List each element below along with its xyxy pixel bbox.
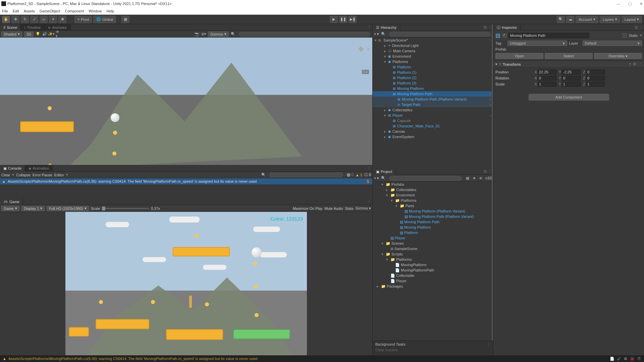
tab-animation[interactable]: ◈ Animation [25, 165, 53, 172]
rect-tool-button[interactable]: ▭ [40, 16, 48, 23]
global-toggle[interactable]: 🌐 Global [93, 16, 116, 23]
position-x[interactable] [538, 70, 556, 74]
tag-dropdown[interactable]: Untagged▾ [507, 41, 567, 46]
hierarchy-item[interactable]: ▧ Capsule [373, 118, 493, 123]
menu-help[interactable]: Help [106, 9, 114, 13]
custom-tool-button[interactable]: ✱ [58, 16, 66, 23]
play-button[interactable]: ▶ [330, 16, 338, 23]
status-icon-5[interactable]: ⏱ [637, 356, 641, 361]
pivot-toggle[interactable]: ⌖ Pivot [74, 16, 92, 23]
scale-tool-button[interactable]: ⤢ [30, 16, 38, 23]
step-button[interactable]: ▶❚ [348, 16, 357, 23]
hierarchy-item[interactable]: ▸🎥 Main Camera [373, 48, 493, 54]
mute-toggle[interactable]: Mute Audio [325, 206, 343, 210]
create-dropdown[interactable]: + ▾ [374, 176, 379, 180]
hierarchy-item[interactable]: ▧ Platform (1) [373, 70, 493, 75]
panel-lock-icon[interactable]: ⊡ [484, 25, 487, 29]
menu-edit[interactable]: Edit [13, 9, 19, 13]
component-menu-icon[interactable]: ⋮ [638, 62, 642, 66]
project-item[interactable]: 📄 MovingPlatformPath [373, 267, 493, 273]
2d-toggle[interactable]: 2D [24, 32, 34, 37]
maximize-button[interactable]: ▢ [628, 2, 632, 6]
scene-view[interactable]: y x Iso [0, 38, 372, 165]
scale-slider[interactable] [102, 208, 149, 209]
game-gizmos-dropdown[interactable]: Gizmos ▾ [356, 206, 371, 210]
position-y[interactable] [562, 70, 581, 74]
scene-search[interactable] [239, 32, 370, 37]
hierarchy-item[interactable]: ▧ Character_Male_Face_01 [373, 123, 493, 129]
layout-dropdown[interactable]: Layout ▾ [622, 16, 642, 23]
project-item[interactable]: ⊞ SampleScene [373, 246, 493, 251]
project-item[interactable]: ▾📁 Scenes [373, 241, 493, 246]
project-search[interactable] [389, 176, 462, 181]
project-item[interactable]: ▸📁 Collectables [373, 187, 493, 192]
game-view[interactable]: Coins: 123123 [0, 212, 372, 355]
project-item[interactable]: ▧ Moving Platform Path (Platform Variant… [373, 214, 493, 219]
rotation-y[interactable] [562, 76, 581, 80]
project-item[interactable]: 📄 Player [373, 278, 493, 284]
menu-file[interactable]: File [2, 9, 8, 13]
project-item[interactable]: ▧ Moving Platform [373, 225, 493, 230]
panel-menu-icon[interactable]: ⋮ [639, 25, 643, 29]
menu-window[interactable]: Window [89, 9, 102, 13]
menu-component[interactable]: Component [65, 9, 84, 13]
gizmos-dropdown[interactable]: Gizmos ▾ [208, 32, 228, 37]
rotate-tool-button[interactable]: ↻ [21, 16, 29, 23]
scale-z[interactable] [586, 82, 605, 86]
help-icon[interactable]: ? [629, 62, 631, 66]
hierarchy-item[interactable]: ▸▣ Collectables [373, 107, 493, 113]
project-item[interactable]: 📄 Collectable [373, 273, 493, 278]
hierarchy-item[interactable]: ▧ Moving Platform [373, 86, 493, 91]
panel-menu-icon[interactable]: ⋮ [487, 342, 490, 347]
prefab-overrides-button[interactable]: Overrides ▾ [594, 53, 642, 59]
status-icon-4[interactable]: 🐞 [630, 356, 635, 361]
scale-y[interactable] [562, 82, 581, 86]
project-item[interactable]: ▸📁 Packages [373, 284, 493, 289]
close-button[interactable]: ✕ [640, 2, 643, 6]
tab-hierarchy[interactable]: ☰ Hierarchy [373, 24, 400, 31]
panel-lock-icon[interactable]: ⊡ [484, 169, 487, 174]
display-dropdown[interactable]: Display 1 ▾ [21, 206, 45, 211]
status-icon-3[interactable]: ♻ [623, 356, 628, 361]
project-item[interactable]: ▾📁 Parts [373, 203, 493, 208]
panel-lock-icon[interactable]: ⊡ [635, 25, 638, 29]
pause-button[interactable]: ❚❚ [339, 16, 347, 23]
hierarchy-item[interactable]: ▾▣ Enviroment [373, 54, 493, 59]
clear-button[interactable]: Clear [1, 173, 10, 177]
errorpause-button[interactable]: Error Pause [33, 173, 52, 177]
hidden-icon[interactable]: 👁 [479, 176, 483, 181]
filter-icon[interactable]: ▦ [465, 176, 470, 181]
scene-root[interactable]: ▾⊞ SampleScene* ⋮ [373, 38, 493, 43]
maximize-toggle[interactable]: Maximize On Play [293, 206, 323, 210]
search-button[interactable]: 🔍 [557, 16, 565, 23]
prefab-open-button[interactable]: Open [495, 53, 543, 59]
minimize-button[interactable]: — [616, 2, 620, 6]
menu-assets[interactable]: Assets [24, 9, 35, 13]
snap-icon[interactable]: ⊞▾ [201, 32, 206, 37]
account-dropdown[interactable]: Account ▾ [576, 16, 598, 23]
hierarchy-search[interactable] [389, 32, 490, 37]
project-item[interactable]: ▾📁 Scripts [373, 251, 493, 257]
layer-dropdown[interactable]: Default▾ [583, 41, 642, 46]
hierarchy-item[interactable]: ▾▣ Platforms [373, 59, 493, 64]
warn-count[interactable]: ▲ 1 [356, 173, 362, 177]
tab-inspector[interactable]: ⓘ Inspector [493, 24, 521, 31]
status-icon-2[interactable]: 🖊 [616, 356, 621, 361]
console-message[interactable]: ▲ Assets\Scripts\Platforms\MovingPlatfor… [0, 178, 372, 184]
project-item[interactable]: ▧ Player [373, 235, 493, 241]
hand-tool-button[interactable]: ✋ [2, 16, 10, 23]
hierarchy-item[interactable]: ▸☀ Directional Light [373, 43, 493, 48]
panel-menu-icon[interactable]: ⋮ [367, 199, 371, 204]
preset-icon[interactable]: ⚙ [633, 62, 636, 66]
info-count[interactable]: ⓘ 0 [364, 172, 371, 177]
cloud-button[interactable]: ☁ [566, 16, 574, 23]
enabled-checkbox[interactable] [502, 34, 506, 38]
project-item[interactable]: ▧ Moving Platform (Platform Variant) [373, 208, 493, 214]
console-search[interactable] [269, 173, 343, 177]
tab-game[interactable]: 🎮 Game [0, 198, 23, 205]
status-icon-1[interactable]: 📄 [610, 356, 614, 361]
stats-toggle[interactable]: Stats [345, 206, 354, 210]
tab-project[interactable]: ▣ Project [373, 168, 396, 175]
fav-icon[interactable]: ★ [472, 176, 477, 181]
orientation-gizmo[interactable]: y x [353, 41, 369, 57]
